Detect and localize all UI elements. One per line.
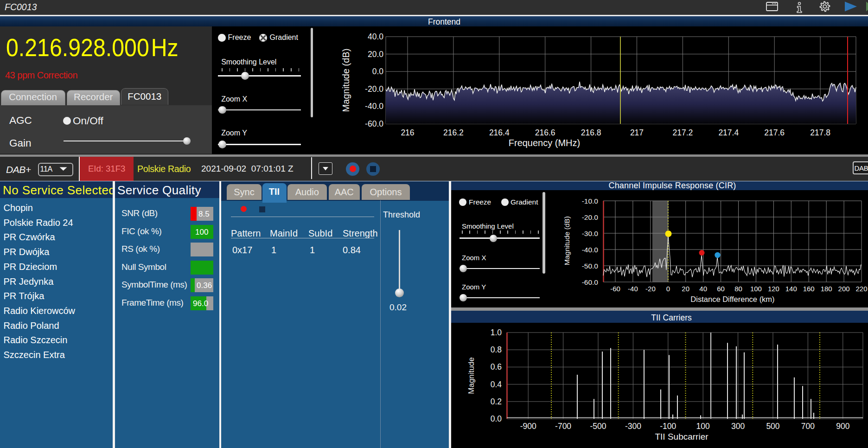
svg-text:-10.0: -10.0 (582, 197, 599, 205)
svg-text:-20: -20 (645, 285, 656, 293)
svg-text:216.6: 216.6 (535, 128, 555, 137)
svg-text:217.8: 217.8 (810, 128, 830, 137)
svg-text:217.4: 217.4 (718, 128, 739, 137)
svg-text:217.2: 217.2 (673, 128, 693, 137)
svg-text:-30.0: -30.0 (582, 230, 599, 237)
svg-text:0.0: 0.0 (372, 67, 384, 76)
svg-text:900: 900 (836, 422, 849, 431)
svg-text:100: 100 (696, 422, 710, 431)
svg-text:217: 217 (630, 128, 644, 137)
svg-text:20: 20 (682, 285, 689, 293)
svg-text:40: 40 (699, 285, 707, 293)
svg-text:-40.0: -40.0 (582, 246, 599, 254)
svg-text:-100: -100 (660, 422, 676, 431)
svg-text:0.4: 0.4 (491, 380, 502, 389)
svg-text:-900: -900 (520, 422, 536, 431)
svg-text:40.0: 40.0 (368, 32, 383, 41)
svg-text:20.0: 20.0 (368, 50, 383, 59)
svg-text:300: 300 (731, 422, 745, 431)
svg-text:Magnitude (dB): Magnitude (dB) (341, 49, 351, 112)
svg-text:-60.0: -60.0 (582, 278, 599, 286)
svg-text:1.0: 1.0 (491, 328, 502, 337)
svg-text:216.8: 216.8 (581, 128, 601, 137)
svg-text:140: 140 (785, 285, 797, 293)
svg-text:220: 220 (855, 285, 867, 293)
svg-text:216.4: 216.4 (489, 128, 510, 137)
svg-text:216: 216 (401, 128, 414, 137)
svg-text:200: 200 (838, 285, 850, 293)
svg-text:160: 160 (803, 285, 815, 293)
svg-text:-20.0: -20.0 (365, 84, 383, 94)
svg-text:Frequency (MHz): Frequency (MHz) (509, 138, 580, 148)
svg-text:100: 100 (750, 285, 762, 293)
svg-text:60: 60 (717, 285, 725, 293)
svg-text:-60: -60 (610, 285, 620, 293)
svg-text:700: 700 (801, 422, 815, 431)
svg-text:-60.0: -60.0 (365, 119, 383, 128)
svg-text:TII Subcarrier: TII Subcarrier (655, 432, 708, 442)
svg-text:80: 80 (734, 285, 742, 293)
svg-text:0: 0 (666, 285, 670, 293)
svg-text:216.2: 216.2 (443, 128, 464, 137)
svg-text:-700: -700 (555, 422, 571, 431)
svg-text:-500: -500 (590, 422, 606, 431)
svg-text:120: 120 (768, 285, 779, 293)
svg-text:-20.0: -20.0 (582, 213, 599, 221)
svg-text:-50.0: -50.0 (582, 262, 599, 270)
svg-text:0.0: 0.0 (491, 414, 502, 423)
svg-text:217.6: 217.6 (764, 128, 785, 137)
svg-text:500: 500 (766, 422, 779, 431)
svg-text:Magnitude: Magnitude (467, 357, 476, 394)
svg-text:Magnitude (dB): Magnitude (dB) (563, 216, 571, 265)
svg-text:0.2: 0.2 (491, 397, 502, 406)
svg-text:180: 180 (821, 285, 832, 293)
svg-text:-40.0: -40.0 (365, 102, 383, 111)
svg-text:-40: -40 (628, 285, 638, 293)
svg-text:0.6: 0.6 (491, 362, 502, 371)
svg-text:-300: -300 (625, 422, 641, 431)
svg-text:Distance Difference (km): Distance Difference (km) (690, 295, 774, 303)
svg-text:0.8: 0.8 (491, 345, 502, 354)
